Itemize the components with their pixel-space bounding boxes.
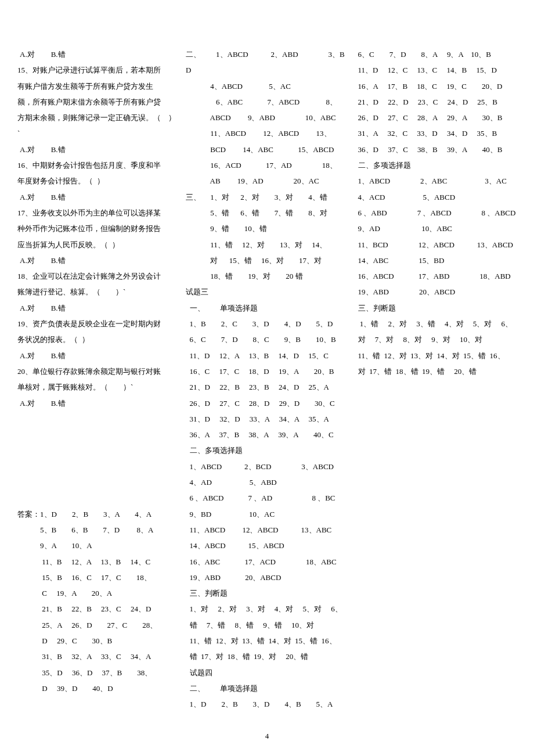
option-a: A.对	[20, 46, 35, 62]
text-line: 1、对 2、对 3、对 4、对 5、对 6、	[186, 601, 348, 617]
text-line: 26、D 27、C 28、D 29、D 30、C	[186, 395, 348, 411]
text-line: 6 、ABD 7 、ABCD 8 、ABCD	[354, 205, 517, 221]
answer-options: A.对B.错	[17, 253, 180, 268]
text-line: 16、ABC 17、ACD 18、ABC	[186, 554, 348, 570]
text-line: 18、错 19、对 20 错	[186, 268, 348, 284]
text-line: 11、错 12、对 13、错 14、对 15、错 16、	[186, 633, 348, 649]
text-line: 9、BD 10、AC	[186, 506, 348, 522]
text-line: 6、C 7、D 8、A 9、A 10、B	[354, 46, 517, 62]
text-line: 16、C 17、C 18、D 19、A 20、B	[186, 363, 348, 379]
text-line: 方期末余额，则账簿记录一定正确无误。（ ）	[17, 110, 180, 125]
text-line: 20、单位银行存款账簿余额定期与银行对账	[17, 363, 180, 379]
text-line: 1、ABCD 2、ABC 3、AC	[354, 173, 517, 189]
option-a: A.对	[20, 300, 35, 316]
option-a: A.对	[20, 348, 35, 363]
text-line: 31、D 32、D 33、A 34、A 35、A	[186, 411, 348, 427]
text-line: 6 、ABCD 7 、AD 8 、BC	[186, 490, 348, 506]
text-line: 错 7、错 8、错 9、错 10、对	[186, 617, 348, 633]
text-line: 1、错 2、对 3、错 4、对 5、对 6、	[354, 316, 517, 332]
text-line: 一、 单项选择题	[186, 300, 348, 316]
text-line: 36、A 37、B 38、A 39、A 40、C	[186, 427, 348, 442]
text-line: 11、D 12、A 13、B 14、D 15、C	[186, 348, 348, 363]
text-line: 9、AD 10、ABC	[354, 221, 517, 236]
text-line: 31、A 32、C 33、D 34、D 35、B	[354, 125, 517, 141]
option-b: B.错	[51, 46, 66, 62]
answer-options: A.对B.错	[17, 46, 180, 62]
text-line: 5、错 6、错 7、错 8、对	[186, 205, 348, 221]
text-line: 19、资产负债表是反映企业在一定时期内财	[17, 316, 180, 332]
option-b: B.错	[51, 348, 66, 363]
text-line	[17, 490, 180, 506]
text-line: 二、多项选择题	[354, 157, 517, 173]
text-line: 14、ABCD 15、ABCD	[186, 538, 348, 553]
text-line	[17, 427, 180, 442]
text-line: 36、D 37、C 38、B 39、A 40、B	[354, 142, 517, 157]
text-line	[17, 411, 180, 427]
text-line: 15、对账户记录进行试算平衡后，若本期所	[17, 62, 180, 78]
text-line: 6、ABC 7、ABCD 8、	[186, 94, 348, 110]
text-line: 18、企业可以在法定会计账簿之外另设会计	[17, 268, 180, 284]
answer-options: A.对B.错	[17, 189, 180, 205]
text-line: C 19、A 20、A	[17, 585, 180, 601]
option-a: A.对	[20, 189, 35, 205]
answer-options: A.对B.错	[17, 348, 180, 363]
text-line: 11、错 12、对 13、对 14、对 15、错 16、	[354, 348, 517, 363]
text-line: 16、A 17、B 18、C 19、C 20、D	[354, 78, 517, 94]
text-line: 对 15、错 16、对 17、对	[186, 253, 348, 268]
text-line: 账簿进行登记、核算。（ ）`	[17, 284, 180, 300]
text-line	[17, 459, 180, 474]
text-line: `	[17, 125, 180, 141]
text-line: 答案：1、D 2、B 3、A 4、A	[17, 506, 180, 522]
text-line: 11、BCD 12、ABCD 13、ABCD	[354, 237, 517, 253]
text-line: 26、D 27、C 28、A 29、A 30、B	[354, 110, 517, 125]
text-line: 错 17、对 18、错 19、对 20、错	[186, 649, 348, 664]
text-line: 4、AD 5、ABD	[186, 474, 348, 490]
text-line: ABCD 9、ABD 10、ABC	[186, 110, 348, 125]
text-line: 试题四	[186, 665, 348, 681]
text-line: 三、判断题	[354, 300, 517, 316]
text-line: 额，所有账户期末借方余额等于所有账户贷	[17, 94, 180, 110]
answer-options: A.对B.错	[17, 395, 180, 411]
text-line: 31、B 32、A 33、C 34、A	[17, 649, 180, 664]
text-line: 试题三	[186, 284, 348, 300]
text-line: 9、错 10、错	[186, 221, 348, 236]
option-a: A.对	[20, 395, 35, 411]
text-line: 1、D 2、B 3、D 4、B 5、A	[186, 696, 348, 712]
text-line	[17, 442, 180, 458]
text-line: 二、多项选择题	[186, 442, 348, 458]
text-line: 11、D 12、C 13、C 14、B 15、D	[354, 62, 517, 78]
option-a: A.对	[20, 142, 35, 157]
text-line: 11、B 12、A 13、B 14、C	[17, 554, 180, 570]
answer-options: A.对B.错	[17, 300, 180, 316]
text-line: 25、A 26、D 27、C 28、	[17, 617, 180, 633]
answer-options: A.对B.错	[17, 142, 180, 157]
text-line: 6、C 7、D 8、C 9、B 10、B	[186, 332, 348, 347]
text-line: 三、判断题	[186, 585, 348, 601]
text-line: 16、中期财务会计报告包括月度、季度和半	[17, 157, 180, 173]
text-line: BCD 14、ABC 15、ABCD	[186, 142, 348, 157]
text-line: D 39、D 40、D	[17, 681, 180, 696]
option-b: B.错	[51, 395, 66, 411]
text-line: 对 7、对 8、对 9、对 10、对	[354, 332, 517, 347]
text-line: 对 17、错 18、错 19、错 20、错	[354, 363, 517, 379]
text-line: 11、ABCD 12、ABCD 13、ABC	[186, 522, 348, 538]
text-line: 19、ABD 20、ABCD	[354, 284, 517, 300]
text-line: 21、D 22、B 23、B 24、D 25、A	[186, 379, 348, 395]
text-line: 11、错 12、对 13、对 14、	[186, 237, 348, 253]
option-b: B.错	[51, 300, 66, 316]
text-line: 二、 1、ABCD 2、ABD 3、BD	[186, 46, 348, 78]
text-line: 16、ABCD 17、ABD 18、ABD	[354, 268, 517, 284]
text-line: 14、ABC 15、BD	[354, 253, 517, 268]
option-b: B.错	[51, 253, 66, 268]
text-line: D 29、C 30、B	[17, 633, 180, 649]
document-body: A.对B.错15、对账户记录进行试算平衡后，若本期所有账户借方发生额等于所有账户…	[17, 46, 517, 720]
text-line: 年度财务会计报告。（ ）	[17, 173, 180, 189]
option-b: B.错	[51, 189, 66, 205]
text-line: 21、D 22、D 23、C 24、D 25、B	[354, 94, 517, 110]
text-line: 17、业务收支以外币为主的单位可以选择某	[17, 205, 180, 221]
text-line: 11、ABCD 12、ABCD 13、	[186, 125, 348, 141]
text-line: 1、ABCD 2、BCD 3、ABCD	[186, 459, 348, 474]
text-line: 应当折算为人民币反映。（ ）	[17, 237, 180, 253]
option-a: A.对	[20, 253, 35, 268]
text-line: 1、B 2、C 3、D 4、D 5、D	[186, 316, 348, 332]
